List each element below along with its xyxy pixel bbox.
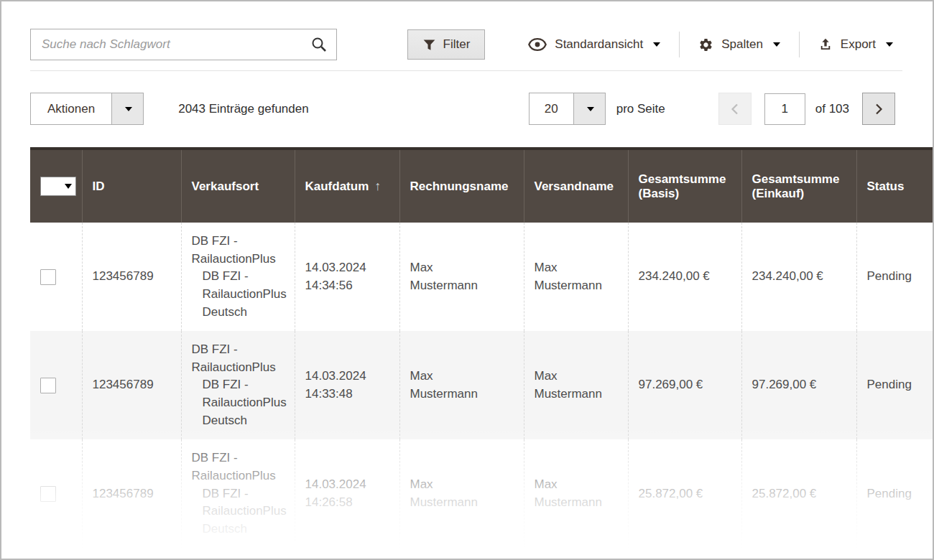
actions-button[interactable]: Aktionen [31,93,111,124]
cell-id: 123456789 [82,439,181,548]
chevron-down-icon [125,107,132,111]
cell-gesamtsumme-einkauf: 25.872,00 € [741,439,856,548]
cell-gesamtsumme-basis: 234.240,00 € [628,223,741,331]
column-header-gesamtsumme-einkauf[interactable]: Gesamtsumme (Einkauf) [741,149,856,223]
search-input[interactable] [30,29,337,60]
order-grid-page: Filter Standardansicht Spalten [0,0,934,560]
cell-verkaufsort: DB FZI - RailauctionPlus DB FZI - Railau… [181,331,295,439]
filter-label: Filter [443,37,471,52]
current-page-input[interactable] [764,93,805,125]
cell-id: 123456789 [82,223,181,331]
row-checkbox[interactable] [40,378,56,393]
select-all-dropdown-toggle[interactable] [60,177,75,195]
columns-control[interactable]: Spalten [680,37,799,52]
column-header-id[interactable]: ID [82,149,181,223]
view-label: Standardansicht [555,37,643,52]
mass-actions-select: Aktionen [30,93,144,125]
cell-status: Pending [856,223,934,331]
cell-versandname: Max Mustermann [524,439,628,548]
cell-id: 123456789 [82,331,181,439]
cell-verkaufsort: DB FZI - RailauctionPlus DB FZI - Railau… [181,223,295,331]
cell-rechnungsname: Max Mustermann [399,223,524,331]
total-pages-label: of 103 [815,102,849,116]
orders-table: ID Verkaufsort Kaufdatum↑ Rechnungsname … [30,147,934,549]
filter-button[interactable]: Filter [407,29,486,60]
cell-gesamtsumme-basis: 97.269,00 € [628,331,741,439]
records-count: 2043 Einträge gefunden [178,102,309,116]
cell-kaufdatum: 14.03.2024 14:33:48 [295,331,399,439]
gear-icon [698,37,713,52]
chevron-down-icon [773,42,780,47]
cell-gesamtsumme-einkauf: 97.269,00 € [741,331,856,439]
cell-verkaufsort: DB FZI - RailauctionPlus DB FZI - Railau… [181,439,295,548]
cell-versandname: Max Mustermann [524,331,628,439]
per-page-select: 20 [529,93,606,125]
pagination-controls: 20 pro Seite of 103 [529,93,895,125]
export-label: Export [841,37,876,52]
cell-gesamtsumme-einkauf: 234.240,00 € [741,223,856,331]
cell-status: Pending [856,331,934,439]
row-checkbox[interactable] [40,269,56,285]
column-header-rechnungsname[interactable]: Rechnungsname [399,149,524,223]
toolbar-separator [30,70,902,71]
sort-ascending-icon: ↑ [374,179,381,193]
search-icon[interactable] [310,36,328,53]
column-header-status[interactable]: Status [856,149,934,223]
export-control[interactable]: Export [800,37,893,52]
cell-rechnungsname: Max Mustermann [399,331,524,439]
row-checkbox[interactable] [40,486,56,502]
export-icon [818,37,833,52]
chevron-down-icon [65,184,72,189]
cell-rechnungsname: Max Mustermann [399,439,524,548]
table-header-row: ID Verkaufsort Kaufdatum↑ Rechnungsname … [30,149,934,223]
chevron-down-icon [653,42,660,47]
chevron-down-icon [886,42,893,47]
column-header-versandname[interactable]: Versandname [524,149,628,223]
view-switcher[interactable]: Standardansicht [509,37,679,52]
cell-kaufdatum: 14.03.2024 14:34:56 [295,223,399,331]
select-all-header [30,149,82,223]
actions-label: Aktionen [47,102,95,116]
table-row: 123456789 DB FZI - RailauctionPlus DB FZ… [30,223,934,331]
column-header-gesamtsumme-basis[interactable]: Gesamtsumme (Basis) [628,149,741,223]
keyword-search [30,29,337,60]
per-page-value[interactable]: 20 [530,93,573,124]
next-page-button[interactable] [862,93,895,125]
per-page-label: pro Seite [616,102,665,116]
grid-control-bar: Aktionen 2043 Einträge gefunden 20 pro S… [30,93,895,125]
table-row: 123456789 DB FZI - RailauctionPlus DB FZ… [30,331,934,439]
cell-kaufdatum: 14.03.2024 14:26:58 [295,439,399,548]
select-all-checkbox[interactable] [41,177,60,195]
eye-icon [528,37,547,52]
column-header-kaufdatum[interactable]: Kaufdatum↑ [295,149,399,223]
chevron-down-icon [587,107,594,111]
previous-page-button[interactable] [718,93,752,125]
cell-gesamtsumme-basis: 25.872,00 € [628,439,741,548]
cell-status: Pending [856,439,934,548]
actions-dropdown-toggle[interactable] [111,93,143,124]
cell-versandname: Max Mustermann [524,223,628,331]
columns-label: Spalten [721,37,763,52]
column-header-verkaufsort[interactable]: Verkaufsort [181,149,295,223]
select-all-widget [40,177,76,196]
table-row: 123456789 DB FZI - RailauctionPlus DB FZ… [30,439,934,548]
toolbar-actions: Filter Standardansicht Spalten [407,29,893,60]
grid-toolbar: Filter Standardansicht Spalten [30,29,893,60]
filter-icon [422,38,436,52]
per-page-dropdown-toggle[interactable] [573,93,605,124]
